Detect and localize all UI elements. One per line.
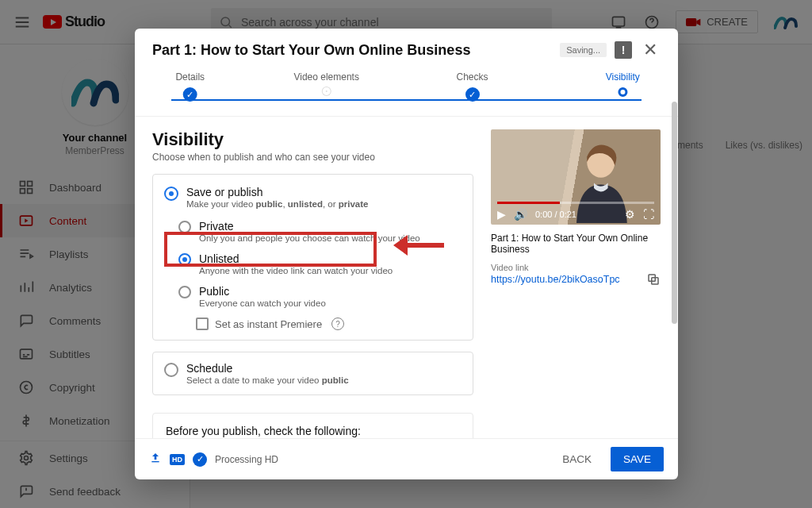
video-timecode: 0:00 / 0:21 bbox=[535, 210, 576, 219]
dialog-title: Part 1: How to Start Your Own Online Bus… bbox=[152, 42, 552, 59]
svg-rect-17 bbox=[151, 461, 159, 462]
step-details[interactable]: Details bbox=[175, 71, 205, 102]
volume-icon[interactable]: 🔊 bbox=[514, 208, 527, 221]
instant-premiere-row[interactable]: Set as instant Premiere ? bbox=[164, 313, 462, 332]
checkbox-premiere[interactable] bbox=[196, 318, 209, 330]
processing-status: Processing HD bbox=[215, 454, 278, 465]
video-preview[interactable]: ▶ 🔊 0:00 / 0:21 ⚙ ⛶ bbox=[491, 129, 661, 225]
play-icon[interactable]: ▶ bbox=[497, 208, 506, 221]
section-heading: Visibility bbox=[152, 129, 473, 150]
check-icon: ✓ bbox=[193, 452, 207, 467]
saving-indicator: Saving... bbox=[560, 43, 607, 57]
video-link[interactable]: https://youtu.be/2bikOasoTpc bbox=[491, 274, 620, 285]
option-private[interactable]: PrivateOnly you and people you choose ca… bbox=[164, 215, 462, 248]
video-link-label: Video link bbox=[491, 263, 661, 272]
radio-save-or-publish[interactable] bbox=[164, 187, 178, 201]
group-desc: Make your video public, unlisted, or pri… bbox=[186, 199, 368, 209]
section-sub: Choose when to publish and who can see y… bbox=[152, 152, 473, 163]
save-button[interactable]: SAVE bbox=[611, 447, 664, 471]
stepper: Details Video elements Checks Visibility bbox=[135, 68, 678, 117]
fullscreen-icon[interactable]: ⛶ bbox=[643, 208, 654, 221]
back-button[interactable]: BACK bbox=[551, 447, 603, 471]
upload-icon bbox=[149, 452, 162, 467]
copy-icon[interactable] bbox=[646, 272, 661, 287]
step-video-elements[interactable]: Video elements bbox=[293, 71, 359, 95]
radio-schedule[interactable] bbox=[164, 363, 178, 377]
upload-dialog: Part 1: How to Start Your Own Online Bus… bbox=[135, 29, 678, 479]
help-icon[interactable]: ? bbox=[331, 318, 344, 330]
schedule-group[interactable]: Schedule Select a date to make your vide… bbox=[152, 352, 473, 395]
option-public[interactable]: PublicEveryone can watch your video bbox=[164, 280, 462, 313]
dialog-footer: HD ✓ Processing HD BACK SAVE bbox=[135, 438, 678, 479]
step-visibility[interactable]: Visibility bbox=[606, 71, 640, 97]
save-or-publish-group: Save or publish Make your video public, … bbox=[152, 174, 473, 341]
hd-badge: HD bbox=[170, 454, 185, 465]
step-checks[interactable]: Checks bbox=[457, 71, 488, 102]
feedback-button[interactable]: ! bbox=[615, 41, 632, 59]
radio-private[interactable] bbox=[178, 221, 191, 233]
option-unlisted[interactable]: UnlistedAnyone with the video link can w… bbox=[164, 248, 462, 280]
close-icon[interactable]: ✕ bbox=[640, 40, 661, 60]
pre-publish-checks: Before you publish, check the following:… bbox=[152, 413, 473, 438]
group-label: Save or publish bbox=[186, 186, 368, 198]
dialog-scrollbar[interactable] bbox=[672, 102, 678, 438]
radio-public[interactable] bbox=[178, 286, 191, 298]
video-title: Part 1: How to Start Your Own Online Bus… bbox=[491, 233, 661, 255]
radio-unlisted[interactable] bbox=[178, 253, 191, 266]
settings-gear-icon[interactable]: ⚙ bbox=[625, 208, 635, 221]
